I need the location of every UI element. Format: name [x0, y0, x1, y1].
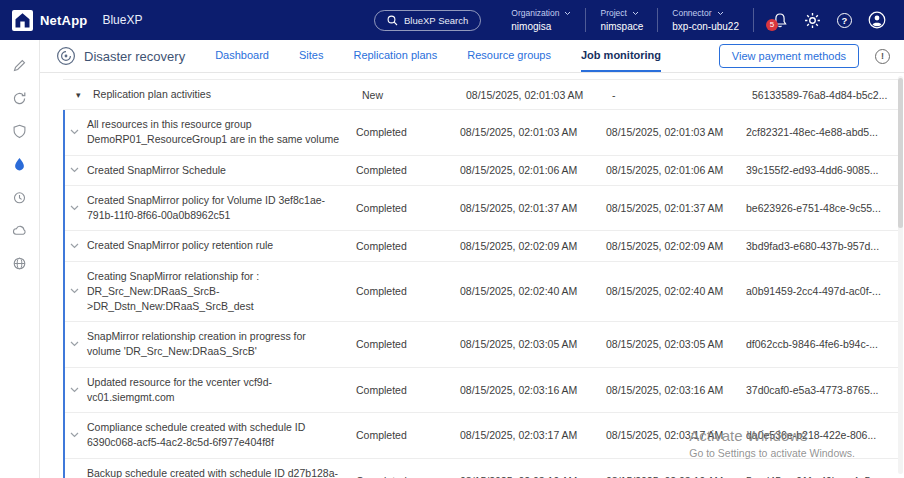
job-description: All resources in this resource group Dem…	[87, 117, 342, 147]
chevron-down-icon[interactable]	[70, 243, 80, 249]
job-description-cell: All resources in this resource group Dem…	[70, 117, 356, 147]
help-button[interactable]: ?	[837, 13, 852, 28]
cloud-icon[interactable]	[12, 223, 28, 239]
job-id: 56133589-76a8-4d84-b5c2...	[752, 89, 901, 101]
globe-icon[interactable]	[12, 256, 28, 272]
table-row[interactable]: Created SnapMirror policy retention rule…	[65, 231, 901, 261]
netapp-logo	[12, 10, 33, 31]
notifications-button[interactable]: 5	[772, 12, 788, 29]
table-row[interactable]: Creating SnapMirror relationship for : D…	[65, 262, 901, 323]
table-row[interactable]: Compliance schedule created with schedul…	[65, 413, 901, 458]
scrollbar[interactable]	[898, 76, 903, 474]
chevron-down-icon[interactable]	[70, 387, 80, 393]
job-status: Completed	[356, 384, 460, 396]
brand: NetApp BlueXP	[12, 10, 142, 31]
job-end-time: 08/15/2025, 02:03:16 AM	[606, 384, 746, 396]
job-id: a0b91459-2cc4-497d-ac0f-...	[746, 285, 901, 297]
job-status: Completed	[356, 126, 460, 138]
tab-dashboard[interactable]: Dashboard	[215, 40, 269, 72]
job-description: Replication plan activities	[93, 87, 211, 102]
job-status: Completed	[356, 164, 460, 176]
search-placeholder: BlueXP Search	[404, 15, 468, 26]
job-status: Completed	[356, 240, 460, 252]
job-id: be623926-e751-48ce-9c55...	[746, 202, 901, 214]
job-status: Completed	[356, 429, 460, 441]
job-start-time: 08/15/2025, 02:01:03 AM	[460, 126, 606, 138]
bluexp-search-button[interactable]: BlueXP Search	[374, 10, 481, 31]
job-description-cell: Compliance schedule created with schedul…	[70, 420, 356, 450]
chevron-down-icon[interactable]	[70, 167, 80, 173]
job-start-time: 08/15/2025, 02:02:40 AM	[460, 285, 606, 297]
job-end-time: 08/15/2025, 02:03:17 AM	[606, 429, 746, 441]
table-row[interactable]: Created SnapMirror policy for Volume ID …	[65, 186, 901, 231]
info-icon[interactable]: !	[875, 49, 890, 64]
job-end-time: 08/15/2025, 02:02:09 AM	[606, 240, 746, 252]
job-start-time: 08/15/2025, 02:01:06 AM	[460, 164, 606, 176]
sync-icon[interactable]	[12, 91, 28, 107]
tab-bar: DashboardSitesReplication plansResource …	[215, 40, 661, 72]
tab-sites[interactable]: Sites	[299, 40, 323, 72]
job-description: Created SnapMirror policy for Volume ID …	[87, 193, 342, 223]
job-status: Completed	[356, 202, 460, 214]
project-label: Project	[600, 8, 626, 18]
disaster-recovery-icon[interactable]	[12, 157, 28, 173]
chevron-down-icon[interactable]: ▾	[76, 90, 86, 100]
parent-row-slot: ▾ Replication plan activities New 08/15/…	[63, 80, 901, 110]
job-end-time: -	[612, 89, 752, 101]
table-row[interactable]: Backup schedule created with schedule ID…	[65, 459, 901, 478]
job-start-time: 08/15/2025, 02:03:17 AM	[460, 429, 606, 441]
context-switchers: Organization nimogisa Project nimspace C…	[497, 8, 754, 32]
job-description: Backup schedule created with schedule ID…	[87, 466, 342, 478]
table-row[interactable]: Created SnapMirror Schedule Completed 08…	[65, 156, 901, 186]
table-row[interactable]: SnapMirror relationship creation in prog…	[65, 322, 901, 367]
job-status: Completed	[356, 338, 460, 350]
chevron-down-icon	[717, 11, 724, 16]
job-description: Created SnapMirror policy retention rule	[87, 238, 273, 253]
table-row[interactable]: ▾ Replication plan activities New 08/15/…	[63, 80, 901, 110]
service-header: Disaster recovery DashboardSitesReplicat…	[40, 40, 904, 73]
scrollbar-thumb[interactable]	[898, 78, 903, 228]
job-start-time: 08/15/2025, 02:01:03 AM	[466, 89, 612, 101]
organization-label: Organization	[511, 8, 559, 18]
connector-value: bxp-con-ubu22	[672, 21, 739, 32]
service-title-group: Disaster recovery	[56, 40, 185, 72]
project-selector[interactable]: Project nimspace	[586, 8, 657, 32]
tab-resource-groups[interactable]: Resource groups	[467, 40, 551, 72]
connector-selector[interactable]: Connector bxp-con-ubu22	[658, 8, 753, 32]
organization-selector[interactable]: Organization nimogisa	[497, 8, 585, 32]
disaster-recovery-service-icon	[56, 46, 76, 66]
chevron-down-icon[interactable]	[70, 432, 80, 438]
shield-icon[interactable]	[12, 124, 28, 140]
restore-icon[interactable]	[12, 190, 28, 206]
job-id: 2cf82321-48ec-4e88-abd5...	[746, 126, 901, 138]
chevron-down-icon[interactable]	[70, 205, 80, 211]
chevron-down-icon[interactable]	[70, 341, 80, 347]
tab-replication-plans[interactable]: Replication plans	[353, 40, 437, 72]
table-row[interactable]: All resources in this resource group Dem…	[65, 110, 901, 155]
connector-label: Connector	[672, 8, 711, 18]
job-description-cell: Created SnapMirror policy retention rule	[70, 238, 356, 253]
chevron-down-icon[interactable]	[70, 129, 80, 135]
top-navigation-bar: NetApp BlueXP BlueXP Search Organization…	[0, 0, 904, 40]
job-end-time: 08/15/2025, 02:02:40 AM	[606, 285, 746, 297]
job-description-cell: Created SnapMirror Schedule	[70, 163, 356, 178]
project-value: nimspace	[600, 21, 643, 32]
job-description: Compliance schedule created with schedul…	[87, 420, 342, 450]
table-row[interactable]: Updated resource for the vcenter vcf9d-v…	[65, 368, 901, 413]
view-payment-methods-button[interactable]: View payment methods	[719, 44, 859, 68]
job-end-time: 08/15/2025, 02:01:06 AM	[606, 164, 746, 176]
job-description-cell: Backup schedule created with schedule ID…	[70, 466, 356, 478]
job-monitoring-table: ▾ Replication plan activities New 08/15/…	[63, 79, 901, 478]
job-id: 3bd9fad3-e680-437b-957d...	[746, 240, 901, 252]
chevron-down-icon[interactable]	[70, 288, 80, 294]
tab-job-monitoring[interactable]: Job monitoring	[581, 40, 661, 72]
job-status: Completed	[356, 285, 460, 297]
topbar-icons: 5 ?	[772, 11, 886, 29]
user-profile-button[interactable]	[868, 11, 886, 29]
job-id: 39c155f2-ed93-4dd6-9085...	[746, 164, 901, 176]
job-description-cell: Updated resource for the vcenter vcf9d-v…	[70, 375, 356, 405]
search-icon	[387, 15, 398, 26]
job-description-cell: SnapMirror relationship creation in prog…	[70, 329, 356, 359]
pencil-icon[interactable]	[12, 58, 28, 74]
settings-button[interactable]	[804, 12, 821, 29]
